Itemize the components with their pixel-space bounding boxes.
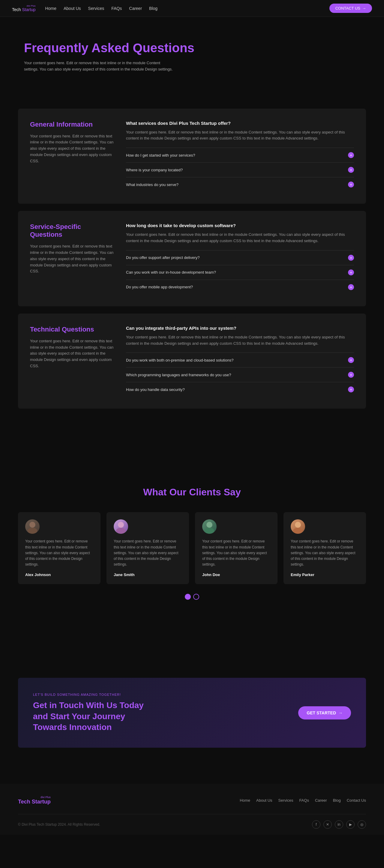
faq-item[interactable]: Do you offer support after project deliv… [126,250,354,265]
testimonial-card: Your content goes here. Edit or remove t… [284,512,366,584]
cta-title: Get in Touch With Us Today and Start You… [33,700,153,733]
nav-links: Home About Us Services FAQs Career Blog [45,6,158,11]
testimonial-text: Your content goes here. Edit or remove t… [25,538,93,567]
footer-logo: divi Plus Tech Startup [18,796,51,805]
nav-blog[interactable]: Blog [149,6,158,11]
footer-link-faqs[interactable]: FAQs [299,798,309,803]
avatar [202,519,217,534]
footer-link-about[interactable]: About Us [256,798,272,803]
faq-block-technical: Technical Questions Your content goes he… [18,313,366,409]
faq-section-title-technical: Technical Questions [30,326,114,333]
testimonials-section: What Our Clients Say Your content goes h… [0,463,384,624]
get-started-button[interactable]: GET STARTED [298,706,351,719]
faq-item[interactable]: Which programming languages and framewor… [126,367,354,382]
nav-about[interactable]: About Us [64,6,81,11]
faq-section-title-general: General Information [30,121,114,128]
testimonial-name: Emily Parker [291,572,314,577]
social-icons: f ✕ in ▶ ◎ [312,820,366,829]
navbar: divi Plus Tech Startup Home About Us Ser… [0,0,384,17]
faq-expand-icon: + [348,255,354,261]
faq-right-technical: Can you integrate third-party APIs into … [126,326,354,397]
nav-services[interactable]: Services [88,6,104,11]
svg-point-6 [295,522,301,528]
linkedin-icon[interactable]: in [335,820,343,829]
faq-expand-icon: + [348,386,354,393]
faq-section-desc-service: Your content goes here. Edit or remove t… [30,243,114,275]
logo-small: divi Plus [12,4,36,7]
footer-logo-small: divi Plus [18,796,51,799]
nav-faqs[interactable]: FAQs [111,6,122,11]
footer-links: Home About Us Services FAQs Career Blog … [240,798,366,803]
testimonial-name: Jane Smith [114,572,134,577]
faq-right-general: What services does Divi Plus Tech Startu… [126,121,354,192]
faq-main-question-general: What services does Divi Plus Tech Startu… [126,121,354,126]
youtube-icon[interactable]: ▶ [346,820,355,829]
faq-expand-icon: + [348,270,354,275]
faq-block-service: Service-Specific Questions Your content … [18,211,366,306]
footer-link-blog[interactable]: Blog [333,798,341,803]
faq-expand-icon: + [348,182,354,188]
avatar [25,519,40,534]
faq-section-desc-technical: Your content goes here. Edit or remove t… [30,338,114,369]
testimonial-card: Your content goes here. Edit or remove t… [18,512,100,584]
faq-section-title-service: Service-Specific Questions [30,223,114,239]
faq-left-technical: Technical Questions Your content goes he… [30,326,114,397]
footer-top: divi Plus Tech Startup Home About Us Ser… [18,796,366,805]
faq-left-service: Service-Specific Questions Your content … [30,223,114,294]
footer-link-contact[interactable]: Contact Us [347,798,366,803]
instagram-icon[interactable]: ◎ [358,820,366,829]
logo[interactable]: divi Plus Tech Startup [12,4,36,12]
footer-link-services[interactable]: Services [278,798,293,803]
faq-expand-icon: + [348,372,354,378]
svg-point-7 [293,528,303,534]
svg-point-2 [118,522,124,528]
faq-item[interactable]: Do you offer mobile app development? + [126,280,354,294]
svg-point-3 [116,528,126,534]
faq-item[interactable]: How do you handle data security? + [126,382,354,397]
navbar-left: divi Plus Tech Startup Home About Us Ser… [12,4,158,12]
nav-career[interactable]: Career [129,6,142,11]
svg-point-1 [28,528,37,534]
faq-main-answer-service: Your content goes here. Edit or remove t… [126,231,354,244]
avatar [114,519,128,534]
footer-link-home[interactable]: Home [240,798,250,803]
testimonial-grid: Your content goes here. Edit or remove t… [18,512,366,584]
carousel-dot[interactable] [193,594,199,600]
footer-copyright: © Divi Plus Tech Startup 2024. All Right… [18,823,100,827]
faq-main-answer-general: Your content goes here. Edit or remove t… [126,129,354,142]
testimonial-card: Your content goes here. Edit or remove t… [195,512,278,584]
facebook-icon[interactable]: f [312,820,320,829]
svg-point-0 [29,522,35,528]
cta-eyebrow: LET'S BUILD SOMETHING AMAZING TOGETHER! [33,693,153,696]
footer-link-career[interactable]: Career [315,798,327,803]
testimonials-title: What Our Clients Say [18,487,366,498]
hero-section: Frequently Asked Questions Your content … [0,17,384,91]
contact-us-button[interactable]: CONTACT US [329,4,372,13]
faq-main-answer-technical: Your content goes here. Edit or remove t… [126,334,354,347]
faq-expand-icon: + [348,357,354,363]
faq-block-general: General Information Your content goes he… [18,108,366,204]
footer: divi Plus Tech Startup Home About Us Ser… [0,784,384,835]
faq-main-question-service: How long does it take to develop custom … [126,223,354,228]
faq-item[interactable]: Do you work with both on-premise and clo… [126,352,354,367]
faq-expand-icon: + [348,284,354,290]
faq-item[interactable]: What industries do you serve? + [126,177,354,192]
nav-home[interactable]: Home [45,6,56,11]
testimonial-text: Your content goes here. Edit or remove t… [291,538,359,567]
faq-item[interactable]: Can you work with our in-house developme… [126,265,354,280]
testimonial-card: Your content goes here. Edit or remove t… [106,512,189,584]
faq-item[interactable]: How do I get started with your services?… [126,148,354,162]
carousel-dots [18,594,366,600]
twitter-icon[interactable]: ✕ [323,820,332,829]
cta-section: LET'S BUILD SOMETHING AMAZING TOGETHER! … [18,678,366,748]
faq-expand-icon: + [348,152,354,158]
testimonial-name: Alex Johnson [25,572,51,577]
testimonial-text: Your content goes here. Edit or remove t… [114,538,182,567]
faq-main-question-technical: Can you integrate third-party APIs into … [126,326,354,331]
svg-point-4 [206,522,213,528]
hero-description: Your content goes here. Edit or remove t… [24,60,174,72]
faq-item[interactable]: Where is your company located? + [126,162,354,177]
logo-main: Tech Startup [12,7,36,12]
carousel-dot[interactable] [185,594,191,600]
footer-logo-main: Tech Startup [18,799,51,805]
